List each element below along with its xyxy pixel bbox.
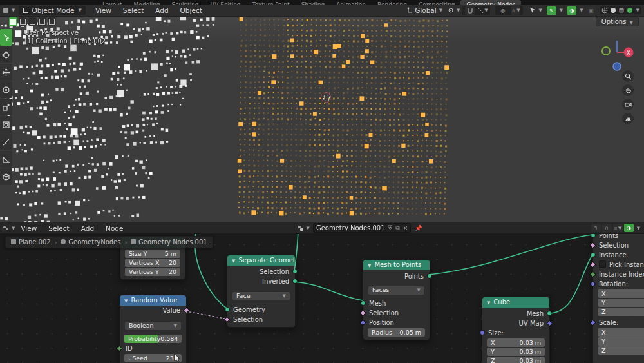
shading-rendered-icon[interactable] (627, 7, 633, 14)
ne-editor-type-button[interactable]: ▼ (3, 225, 15, 231)
socket-pick-instance[interactable] (590, 262, 596, 268)
node-tree-name-field[interactable]: Geometry Nodes.001 ⛨ ⧉ ✕ (313, 223, 411, 233)
ne-overlays-dropdown[interactable]: ◑▼ (623, 224, 640, 232)
workspace-tab-shading[interactable]: Shading (296, 0, 331, 5)
cube-size-x[interactable]: X0.03 m (487, 338, 545, 347)
tool-cursor[interactable] (0, 46, 12, 63)
node-instance-on-points[interactable]: Points Selection Instance Pick Instance … (592, 226, 644, 363)
camera-view-icon[interactable] (622, 99, 634, 110)
menu-select[interactable]: Select (117, 6, 149, 14)
rotation-z-field[interactable]: Z (598, 308, 644, 316)
workspace-tab-uv-editing[interactable]: UV Editing (205, 0, 247, 5)
cube-size-z[interactable]: Z0.03 m (487, 357, 545, 363)
proportional-edit-toggle[interactable]: ◎ (498, 6, 507, 15)
new-copy-icon[interactable]: ⧉ (395, 224, 399, 231)
ne-snap-target-dropdown[interactable]: ⧈▼ (613, 224, 623, 232)
snap-target-dropdown[interactable]: ⋱▼ (478, 6, 488, 15)
ne-menu-node[interactable]: Node (100, 224, 129, 232)
snap-toggle[interactable] (465, 6, 475, 15)
pick-instance-checkbox[interactable] (599, 260, 606, 268)
socket-id[interactable] (117, 346, 123, 352)
group-field-size-y[interactable]: Size Y5 m (125, 250, 180, 258)
geometry-node-editor[interactable]: ▼Geometry Nodes.001 Size Y5 m Vertices X… (0, 222, 644, 363)
breadcrumb-nodetree[interactable]: Geometry Nodes.001 (138, 239, 207, 246)
perspective-toggle-icon[interactable] (622, 113, 634, 124)
select-mode-new[interactable] (9, 17, 17, 26)
workspace-tab-animation[interactable]: Animation (330, 0, 372, 5)
tool-measure[interactable] (0, 151, 12, 168)
parent-tree-icon[interactable]: ↰ (591, 224, 601, 232)
options-button[interactable]: Options ▼ (596, 17, 639, 26)
socket-uvmap-out[interactable] (547, 320, 553, 327)
menu-view[interactable]: View (90, 6, 117, 14)
probability-slider[interactable]: Probability0.584 (124, 335, 182, 343)
socket-iop-selection[interactable] (590, 242, 596, 249)
zoom-view-icon[interactable] (622, 70, 634, 82)
navigation-gizmo[interactable]: X (596, 32, 638, 74)
tool-scale[interactable] (0, 99, 12, 115)
select-mode-subtract[interactable] (28, 17, 37, 26)
socket-cube-mesh-out[interactable] (547, 311, 552, 316)
tool-annotate[interactable] (0, 133, 12, 150)
breadcrumb-object[interactable]: Plane.002 (19, 239, 51, 246)
show-gizmo-dropdown[interactable]: ↖▼ (546, 6, 563, 15)
socket-iop-instance[interactable] (591, 252, 596, 257)
scale-y-field[interactable]: Y1.0 (598, 337, 644, 346)
ne-menu-add[interactable]: Add (75, 224, 100, 232)
scale-x-field[interactable]: X1.0 (598, 328, 644, 337)
editor-type-button[interactable]: ▼ (3, 7, 15, 14)
socket-scale[interactable] (590, 320, 596, 326)
ne-menu-select[interactable]: Select (43, 224, 75, 232)
xray-toggle[interactable]: ▣ (587, 6, 596, 15)
workspace-tab-rendering[interactable]: Rendering (372, 0, 413, 5)
node-cube[interactable]: ▼Cube Mesh UV Map Size: X0.03 m Y0.03 m … (482, 297, 550, 363)
show-overlays-dropdown[interactable]: ◑▼ (566, 6, 583, 15)
workspace-tab-layout[interactable]: Layout (97, 0, 128, 5)
shading-dropdown[interactable]: ▼ (636, 8, 639, 13)
mesh-to-points-mode-dropdown[interactable]: Faces▼ (368, 286, 425, 295)
select-mode-intersect[interactable] (48, 17, 56, 26)
node-mesh-to-points[interactable]: ▼Mesh to Points Points Faces▼ Mesh Selec… (363, 259, 430, 340)
transform-orientation-dropdown[interactable]: Global▼ (407, 6, 442, 14)
pivot-point-dropdown[interactable]: ▼ (448, 7, 460, 14)
socket-mtp-selection[interactable] (360, 310, 366, 317)
tool-add-primitive[interactable] (0, 168, 12, 185)
mode-selector[interactable]: Object Mode▼ (19, 6, 86, 15)
shading-wireframe-icon[interactable] (601, 7, 608, 14)
workspace-tab-compositing[interactable]: Compositing (413, 0, 460, 5)
socket-rotation[interactable] (590, 281, 596, 288)
tool-rotate[interactable] (0, 81, 12, 98)
rotation-x-field[interactable]: X (598, 289, 644, 298)
group-field-vertices-y[interactable]: Vertices Y20 (125, 268, 180, 276)
menu-add[interactable]: Add (149, 6, 174, 14)
breadcrumb-modifier[interactable]: GeometryNodes (68, 239, 120, 246)
radius-field[interactable]: Radius0.05 m (368, 328, 425, 337)
cube-size-y[interactable]: Y0.03 m (487, 348, 545, 356)
workspace-tab-sculpting[interactable]: Sculpting (166, 0, 205, 5)
workspace-tab-modeling[interactable]: Modeling (128, 0, 166, 5)
socket-value-out[interactable] (184, 308, 190, 314)
fake-user-icon[interactable]: ⛨ (388, 224, 393, 231)
random-value-type-dropdown[interactable]: Boolean▼ (124, 321, 182, 331)
ne-menu-view[interactable]: View (15, 224, 43, 232)
seed-stepper[interactable]: ‹ Seed23 › (124, 354, 182, 362)
scale-z-field[interactable]: Z1.0 (598, 346, 644, 355)
socket-size[interactable] (480, 330, 485, 335)
object-type-visibility-dropdown[interactable]: ▼ (529, 7, 542, 14)
pan-view-icon[interactable] (622, 84, 634, 96)
tool-move[interactable] (0, 64, 12, 81)
rotation-y-field[interactable]: Y (598, 299, 644, 307)
menu-object[interactable]: Object (175, 6, 208, 14)
workspace-tab-texture-paint[interactable]: Texture Paint (247, 0, 296, 5)
socket-position[interactable] (360, 320, 366, 326)
workspace-tab-geometry-nodes[interactable]: Geometry Nodes (460, 0, 521, 5)
socket-inverted-out[interactable] (292, 279, 298, 284)
socket-selection-in[interactable] (224, 317, 231, 323)
node-separate-geometry[interactable]: ▼Separate Geometry Selection Inverted Fa… (227, 255, 296, 328)
ne-snap-toggle[interactable]: ∩ (602, 224, 612, 232)
socket-mesh-in[interactable] (361, 300, 366, 306)
shading-solid-icon[interactable] (610, 7, 616, 14)
socket-points-out[interactable] (427, 273, 432, 279)
unlink-icon[interactable]: ✕ (403, 225, 408, 231)
tool-transform[interactable] (0, 116, 12, 133)
